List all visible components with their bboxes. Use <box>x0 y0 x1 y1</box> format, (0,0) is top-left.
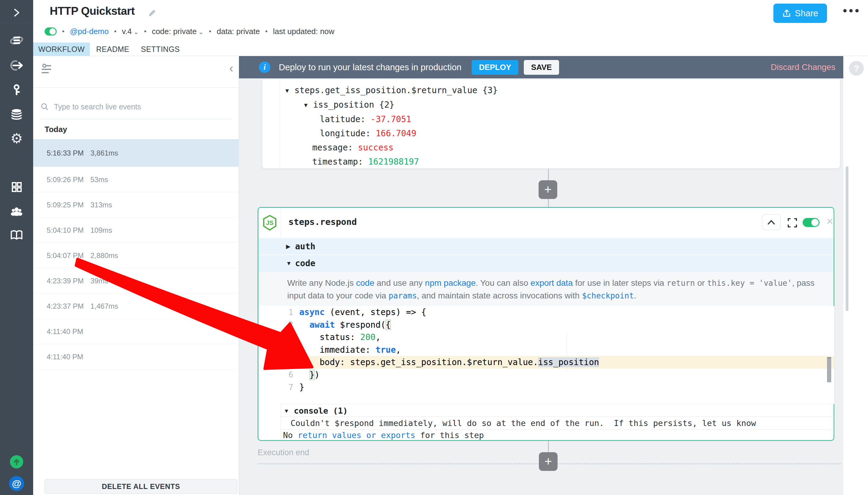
workflows-icon <box>10 34 23 48</box>
search-input[interactable] <box>53 102 211 112</box>
left-nav-rail: ⚙ @ <box>0 0 33 495</box>
text-token: . You can also <box>475 278 531 288</box>
tab-workflow[interactable]: WORKFLOW <box>33 42 90 56</box>
add-step-button[interactable]: + <box>539 180 557 199</box>
text-token: } <box>310 370 315 380</box>
caret-down-icon[interactable]: ▼ <box>285 84 294 98</box>
auth-section-header[interactable]: ▶ auth <box>258 238 834 255</box>
fullscreen-button[interactable] <box>787 218 797 229</box>
console-section-header[interactable]: ▼ console (1) <box>281 404 834 417</box>
expand-rail-icon[interactable] <box>0 3 33 22</box>
event-row[interactable]: 5:04:10 PM109ms <box>33 218 239 243</box>
page-scrollbar-thumb[interactable] <box>846 166 848 311</box>
sidebar-item-accounts[interactable] <box>0 80 33 100</box>
sidebar-item-workflows[interactable] <box>0 31 33 50</box>
code-editor[interactable]: 1async (event, steps) => {2 await $respo… <box>281 306 834 404</box>
people-icon <box>9 204 24 218</box>
key-icon <box>10 83 23 97</box>
event-row[interactable]: 4:23:39 PM39ms <box>33 268 239 294</box>
discard-changes-button[interactable]: Discard Changes <box>771 56 835 79</box>
text-token: (event, steps) => { <box>325 307 426 317</box>
event-duration: 2,880ms <box>90 252 118 260</box>
inline-link[interactable]: return values or exports <box>298 430 415 440</box>
data-privacy-label: data: private <box>217 27 260 36</box>
code-section-header[interactable]: ▼ code <box>258 255 834 272</box>
sidebar-item-community[interactable] <box>0 201 33 221</box>
step-result-card: ▼steps.get_iss_position.$return_value {3… <box>262 80 840 169</box>
caret-down-icon[interactable]: ▼ <box>304 98 313 112</box>
last-updated-label: last updated: now <box>273 27 334 36</box>
tab-settings[interactable]: SETTINGS <box>136 42 185 56</box>
tab-readme[interactable]: README <box>90 42 136 56</box>
tree-count: {2} <box>374 100 394 110</box>
filter-events-button[interactable] <box>41 63 55 77</box>
text-token: ) <box>315 370 320 380</box>
svg-text:JS: JS <box>266 220 273 226</box>
nodejs-badge: JS <box>262 214 278 233</box>
sidebar-item-settings[interactable]: ⚙ <box>0 129 33 148</box>
inline-link[interactable]: $checkpoint <box>582 291 634 300</box>
upgrade-button[interactable] <box>0 452 33 472</box>
inline-link[interactable]: code <box>356 278 374 288</box>
tree-key: message: <box>312 142 358 153</box>
tree-key: longitude: <box>320 129 376 138</box>
step-title[interactable]: steps.respond <box>289 217 357 227</box>
event-row[interactable]: 5:09:25 PM313ms <box>33 192 239 218</box>
event-time: 5:09:26 PM <box>47 175 90 184</box>
event-search-row <box>41 95 232 119</box>
rename-button[interactable] <box>147 8 157 19</box>
event-duration: 313ms <box>90 201 112 209</box>
deploy-button[interactable]: DEPLOY <box>472 60 518 75</box>
code-line[interactable]: 1async (event, steps) => { <box>281 306 834 319</box>
collapse-step-button[interactable] <box>762 214 781 230</box>
text-token: for use in later steps via <box>573 278 666 288</box>
step-enabled-toggle[interactable] <box>803 218 819 227</box>
nodejs-hexagon-icon: JS <box>262 214 278 231</box>
code-line[interactable]: 2 await $respond({ <box>281 319 834 331</box>
text-token: No <box>283 430 298 440</box>
add-step-button[interactable]: + <box>539 452 558 471</box>
tree-value: success <box>358 142 394 153</box>
code-line[interactable]: 5 body: steps.get_iss_position.$return_v… <box>281 356 834 369</box>
text-token: iss_position <box>538 357 599 367</box>
line-number: 2 <box>281 320 299 329</box>
code-line[interactable]: 3 status: 200, <box>281 331 834 344</box>
workflow-active-toggle[interactable] <box>45 28 57 36</box>
indent-guide <box>567 333 567 372</box>
apps-grid-icon <box>10 180 23 193</box>
save-button[interactable]: SAVE <box>524 60 559 75</box>
inline-link[interactable]: npm package <box>425 278 475 288</box>
sidebar-item-data-stores[interactable] <box>0 104 33 124</box>
share-button[interactable]: Share <box>774 4 827 23</box>
event-row[interactable]: 5:16:33 PM3,861ms <box>33 139 239 167</box>
event-duration: 39ms <box>90 277 108 285</box>
event-time: 5:04:10 PM <box>47 226 90 235</box>
editor-scrollbar-thumb[interactable] <box>827 357 831 382</box>
owner-link[interactable]: @pd-demo <box>70 27 109 36</box>
sidebar-item-sources[interactable] <box>0 56 33 75</box>
code-privacy-dropdown[interactable]: code: private⌄ <box>152 27 204 36</box>
event-row[interactable]: 4:23:37 PM1,467ms <box>33 294 239 319</box>
more-menu-button[interactable] <box>843 9 859 12</box>
line-number: 5 <box>281 358 299 367</box>
code-line[interactable]: 4 immediate: true, <box>281 344 834 356</box>
code-line[interactable]: 6 }) <box>281 369 834 381</box>
delete-all-events-button[interactable]: DELETE ALL EVENTS <box>45 479 237 494</box>
event-row[interactable]: 5:04:07 PM2,880ms <box>33 243 239 268</box>
event-row[interactable]: 4:11:40 PM <box>33 319 239 344</box>
event-row[interactable]: 4:11:40 PM <box>33 344 239 370</box>
event-time: 5:16:33 PM <box>47 149 90 157</box>
support-button[interactable]: @ <box>0 474 33 493</box>
caret-down-icon: ▼ <box>286 260 295 267</box>
inline-link[interactable]: params <box>388 291 417 300</box>
event-row[interactable]: 5:09:26 PM53ms <box>33 167 239 192</box>
sidebar-item-apps[interactable] <box>0 177 33 197</box>
code-line[interactable]: 7} <box>281 381 834 394</box>
help-button[interactable]: ? <box>849 61 864 76</box>
version-dropdown[interactable]: v.4⌄ <box>122 27 139 36</box>
sidebar-item-docs[interactable] <box>0 225 33 245</box>
close-step-button[interactable]: ✕ <box>826 216 834 227</box>
inline-link[interactable]: export data <box>531 278 573 288</box>
collapse-panel-button[interactable]: ‹ <box>229 62 233 74</box>
book-icon <box>9 228 24 242</box>
